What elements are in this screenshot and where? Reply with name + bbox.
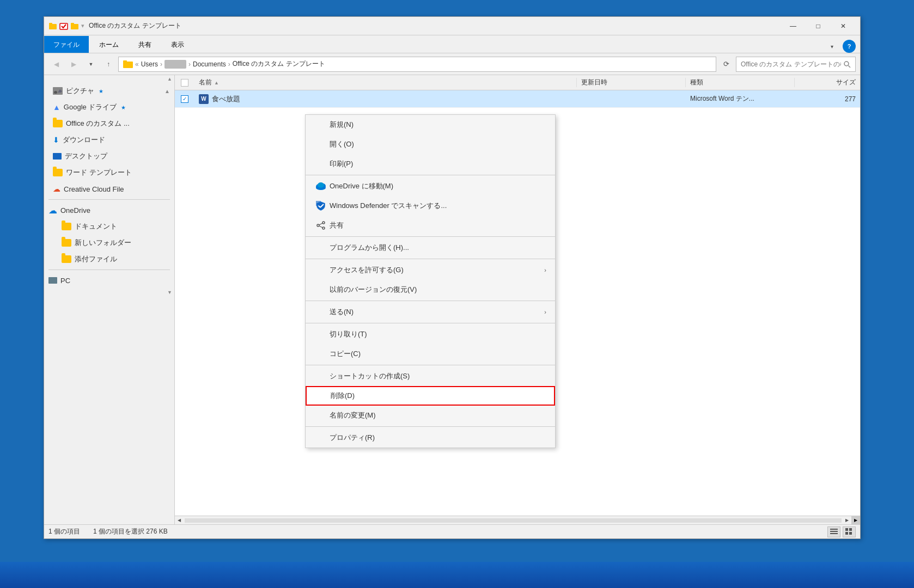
- path-folder-icon: [123, 60, 133, 68]
- ctx-item-defender[interactable]: Windows Defender でスキャンする...: [306, 196, 555, 216]
- sidebar-item-pictures[interactable]: ピクチャ ★ ▲: [44, 83, 174, 99]
- svg-point-19: [318, 182, 324, 188]
- forward-button[interactable]: ▶: [66, 57, 81, 72]
- ctx-item-cut[interactable]: 切り取り(T): [306, 324, 555, 344]
- ctx-label-grant-access: アクセスを許可する(G): [330, 265, 544, 275]
- details-view-btn[interactable]: [827, 526, 840, 537]
- search-icon[interactable]: [843, 60, 851, 68]
- ctx-item-open[interactable]: 開く(O): [306, 134, 555, 154]
- col-size-header[interactable]: サイズ: [795, 78, 860, 87]
- ctx-label-properties: プロパティ(R): [330, 433, 546, 443]
- ctx-item-rename[interactable]: 名前の変更(M): [306, 406, 555, 425]
- dropdown-button[interactable]: ▼: [83, 57, 99, 72]
- path-sep3: ›: [228, 60, 230, 68]
- tab-home[interactable]: ホーム: [90, 36, 128, 53]
- status-item-count: 1 個の項目: [48, 527, 80, 536]
- sidebar-item-word-templates[interactable]: ワード テンプレート: [44, 164, 174, 181]
- ctx-item-open-with[interactable]: プログラムから開く(H)...: [306, 238, 555, 258]
- ctx-item-print[interactable]: 印刷(P): [306, 154, 555, 174]
- ctx-item-create-shortcut[interactable]: ショートカットの作成(S): [306, 366, 555, 386]
- tab-file[interactable]: ファイル: [44, 36, 89, 53]
- svg-point-23: [322, 222, 325, 224]
- onedrive-icon: ☁: [48, 205, 57, 216]
- svg-rect-12: [845, 528, 848, 531]
- h-scroll-right-btn[interactable]: ▶: [843, 516, 851, 525]
- qat-separator: ▾: [81, 22, 84, 29]
- ctx-item-send-to[interactable]: 送る(N) ›: [306, 302, 555, 322]
- sidebar-item-desktop[interactable]: デスクトップ: [44, 148, 174, 164]
- help-button[interactable]: ?: [843, 40, 856, 53]
- ctx-sep-7: [306, 426, 555, 427]
- ctx-label-print: 印刷(P): [330, 159, 546, 169]
- address-path[interactable]: « Users › › Documents › Office のカスタム テンプ…: [118, 57, 716, 72]
- qat-folder-icon: [48, 22, 57, 30]
- large-icons-view-icon: [845, 528, 853, 536]
- up-button[interactable]: ↑: [101, 57, 116, 72]
- ribbon: ファイル ホーム 共有 表示 ▾ ?: [44, 35, 860, 53]
- ctx-item-grant-access[interactable]: アクセスを許可する(G) ›: [306, 260, 555, 280]
- sidebar-label-documents: ドキュメント: [75, 222, 117, 231]
- ctx-sep-4: [306, 301, 555, 301]
- col-date-header[interactable]: 更新日時: [577, 78, 686, 87]
- sidebar-label-desktop: デスクトップ: [65, 151, 107, 161]
- close-button[interactable]: ✕: [831, 17, 856, 35]
- address-bar: ◀ ▶ ▼ ↑ « Users › › Documents › Office の…: [44, 53, 860, 75]
- sidebar-item-office-custom[interactable]: Office のカスタム ...: [44, 115, 174, 132]
- large-icons-view-btn[interactable]: [843, 526, 856, 537]
- sidebar-divider-1: [48, 199, 170, 200]
- minimize-button[interactable]: —: [781, 17, 806, 35]
- col-type-header[interactable]: 種類: [686, 78, 795, 87]
- sidebar-label-downloads: ダウンロード: [63, 135, 105, 145]
- back-button[interactable]: ◀: [48, 57, 64, 72]
- defender-shield-icon: [316, 201, 326, 211]
- sidebar-item-attachments[interactable]: 添付ファイル: [44, 251, 174, 267]
- sidebar-item-pc[interactable]: PC: [44, 272, 174, 289]
- file-checked-0[interactable]: ✓: [181, 95, 188, 103]
- sidebar-item-downloads[interactable]: ⬇ ダウンロード: [44, 132, 174, 148]
- ctx-label-open-with: プログラムから開く(H)...: [330, 243, 546, 253]
- sidebar-label-creative-cloud: Creative Cloud File: [64, 185, 124, 193]
- refresh-button[interactable]: ⟳: [718, 57, 734, 72]
- maximize-button[interactable]: □: [806, 17, 831, 35]
- ctx-item-share[interactable]: 共有: [306, 216, 555, 235]
- sidebar-item-creative-cloud[interactable]: ☁ Creative Cloud File: [44, 181, 174, 197]
- sidebar-item-onedrive[interactable]: ☁ OneDrive: [44, 202, 174, 218]
- ctx-item-new[interactable]: 新規(N): [306, 115, 555, 134]
- sidebar-item-new-folder[interactable]: 新しいフォルダー: [44, 235, 174, 251]
- onedrive-move-icon: [315, 182, 326, 190]
- file-row-0[interactable]: ✓ W 食べ放題 Microsoft Word テン... 277: [175, 90, 860, 108]
- ctx-label-rename: 名前の変更(M): [330, 411, 546, 420]
- col-name-header[interactable]: 名前 ▲: [194, 78, 577, 87]
- share-icon: [316, 221, 325, 230]
- sidebar-item-google-drive[interactable]: ▲ Google ドライブ ★: [44, 99, 174, 115]
- sidebar-item-documents[interactable]: ドキュメント: [44, 218, 174, 235]
- scroll-up-btn[interactable]: ▲: [164, 88, 170, 94]
- sidebar-label-office-custom: Office のカスタム ...: [66, 119, 130, 128]
- tab-view[interactable]: 表示: [162, 36, 193, 53]
- col-name-label: 名前: [199, 78, 212, 87]
- path-user-redacted: [164, 60, 186, 69]
- h-scroll-track[interactable]: [185, 518, 842, 523]
- select-all-checkbox[interactable]: [181, 79, 188, 87]
- ctx-item-properties[interactable]: プロパティ(R): [306, 428, 555, 448]
- ctx-label-copy: コピー(C): [330, 349, 546, 359]
- ctx-item-copy[interactable]: コピー(C): [306, 344, 555, 364]
- path-users: Users: [141, 60, 158, 68]
- h-scroll-left-btn[interactable]: ◀: [175, 516, 184, 525]
- svg-point-25: [322, 227, 325, 229]
- path-documents: Documents: [193, 60, 226, 68]
- search-input[interactable]: [741, 60, 841, 68]
- window-controls: — □ ✕: [781, 17, 856, 35]
- folder-icon-docs: [62, 223, 71, 230]
- sidebar-divider-2: [48, 270, 170, 270]
- h-scrollbar[interactable]: ◀ ▶ ▶: [175, 516, 860, 524]
- tab-share[interactable]: 共有: [129, 36, 161, 53]
- svg-rect-4: [71, 23, 74, 24]
- svg-point-7: [844, 62, 849, 66]
- ribbon-right: ▾ ?: [825, 40, 860, 53]
- ctx-item-delete[interactable]: 削除(D): [306, 386, 555, 406]
- ctx-item-onedrive-move[interactable]: OneDrive に移動(M): [306, 176, 555, 196]
- file-checkbox-0[interactable]: ✓: [175, 95, 194, 103]
- ctx-item-restore-version[interactable]: 以前のバージョンの復元(V): [306, 280, 555, 299]
- ribbon-collapse-button[interactable]: ▾: [825, 40, 838, 53]
